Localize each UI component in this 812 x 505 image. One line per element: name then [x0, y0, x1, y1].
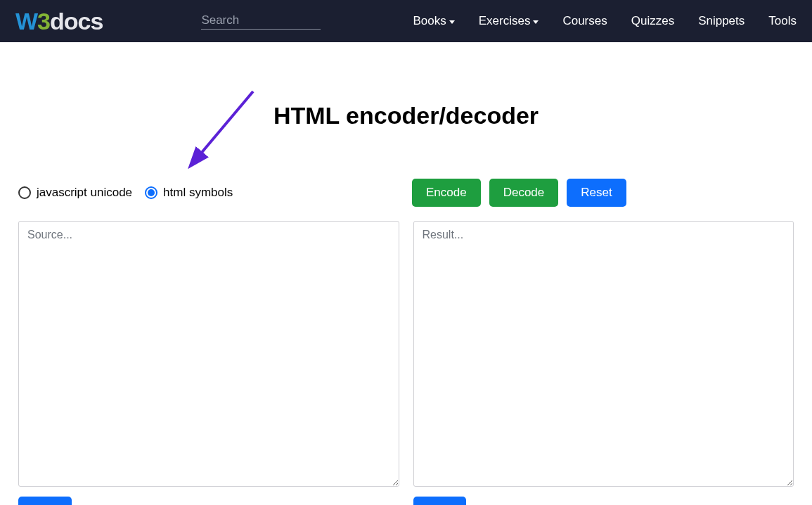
nav-link-courses[interactable]: Courses: [562, 14, 607, 28]
nav-link-label: Books: [413, 14, 446, 28]
action-buttons: Encode Decode Reset: [412, 179, 626, 207]
nav-link-label: Exercises: [479, 14, 531, 28]
radio-group: javascript unicode html symbols: [18, 186, 401, 200]
nav-link-label: Tools: [768, 14, 797, 28]
chevron-down-icon: [449, 20, 455, 24]
source-textarea[interactable]: [18, 221, 399, 487]
nav-link-label: Quizzes: [631, 14, 674, 28]
result-textarea[interactable]: [413, 221, 794, 487]
source-pane: Copy: [18, 221, 399, 505]
radio-icon: [18, 186, 31, 199]
copy-source-button[interactable]: Copy: [18, 497, 72, 505]
logo[interactable]: W3docs: [15, 8, 103, 35]
nav-link-snippets[interactable]: Snippets: [698, 14, 745, 28]
copy-result-button[interactable]: Copy: [413, 497, 467, 505]
nav-link-tools[interactable]: Tools: [768, 14, 797, 28]
radio-js-unicode[interactable]: javascript unicode: [18, 186, 132, 200]
search-input[interactable]: [201, 13, 321, 27]
navbar: W3docs Books Exercises Courses Quizzes S…: [0, 0, 812, 42]
logo-w: W: [15, 8, 37, 35]
nav-link-books[interactable]: Books: [413, 14, 454, 28]
radio-label: javascript unicode: [37, 186, 132, 200]
chevron-down-icon: [533, 20, 539, 24]
radio-label: html symbols: [163, 186, 233, 200]
result-pane: Copy: [413, 221, 794, 505]
logo-docs: docs: [50, 8, 103, 35]
decode-button[interactable]: Decode: [489, 179, 559, 207]
radio-icon: [145, 186, 157, 199]
page-title: HTML encoder/decoder: [0, 102, 812, 129]
nav-link-label: Courses: [562, 14, 607, 28]
nav-link-exercises[interactable]: Exercises: [479, 14, 539, 28]
nav-link-label: Snippets: [698, 14, 745, 28]
search-wrap: [201, 13, 321, 30]
nav-links: Books Exercises Courses Quizzes Snippets…: [413, 14, 797, 28]
panes: Copy Copy: [18, 221, 794, 505]
reset-button[interactable]: Reset: [567, 179, 626, 207]
radio-html-symbols[interactable]: html symbols: [145, 186, 233, 200]
encode-button[interactable]: Encode: [412, 179, 481, 207]
logo-3: 3: [37, 8, 50, 35]
nav-link-quizzes[interactable]: Quizzes: [631, 14, 674, 28]
controls-row: javascript unicode html symbols Encode D…: [18, 179, 794, 207]
